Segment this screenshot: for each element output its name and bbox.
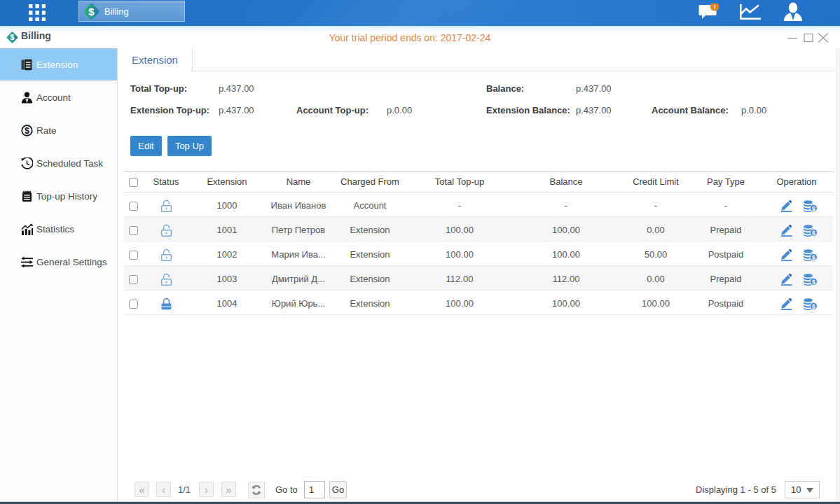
svg-text:!: ! [714, 4, 716, 10]
svg-text:$: $ [811, 253, 815, 260]
svg-text:$: $ [88, 5, 95, 17]
svg-text:$: $ [811, 229, 815, 236]
svg-text:$: $ [25, 126, 29, 136]
svg-text:$: $ [811, 278, 815, 285]
svg-text:$: $ [811, 204, 815, 211]
svg-text:$: $ [811, 302, 815, 309]
